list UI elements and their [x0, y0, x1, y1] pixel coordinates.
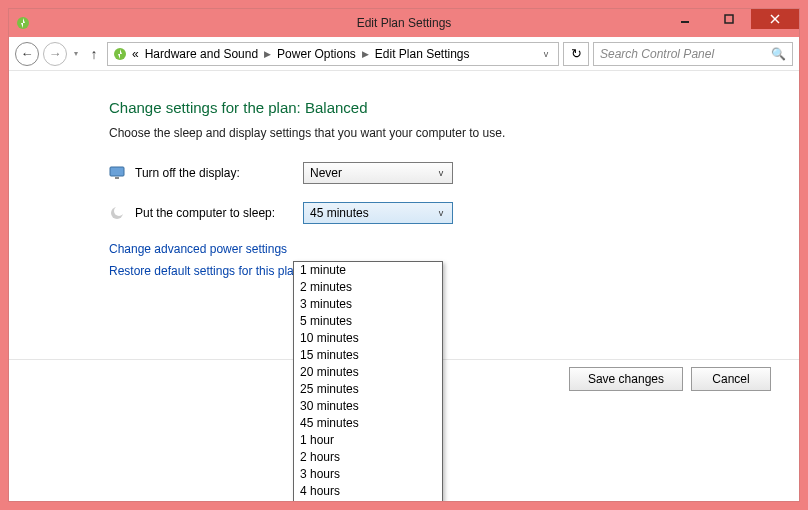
dropdown-option[interactable]: 2 minutes [294, 279, 442, 296]
dropdown-option[interactable]: 25 minutes [294, 381, 442, 398]
address-bar[interactable]: « Hardware and Sound ▶ Power Options ▶ E… [107, 42, 559, 66]
minimize-icon [680, 14, 690, 24]
chevron-right-icon[interactable]: ▶ [360, 49, 371, 59]
dropdown-option[interactable]: 15 minutes [294, 347, 442, 364]
breadcrumb-item[interactable]: Edit Plan Settings [373, 47, 472, 61]
dropdown-option[interactable]: 1 hour [294, 432, 442, 449]
dropdown-option[interactable]: 1 minute [294, 262, 442, 279]
dropdown-option[interactable]: 20 minutes [294, 364, 442, 381]
dropdown-option[interactable]: 30 minutes [294, 398, 442, 415]
history-dropdown-button[interactable]: ▾ [71, 49, 81, 58]
moon-icon [109, 205, 125, 221]
dropdown-option[interactable]: 45 minutes [294, 415, 442, 432]
titlebar: Edit Plan Settings [9, 9, 799, 37]
back-button[interactable]: ← [15, 42, 39, 66]
up-button[interactable]: ↑ [85, 46, 103, 62]
refresh-button[interactable]: ↻ [563, 42, 589, 66]
breadcrumb-item[interactable]: Power Options [275, 47, 358, 61]
display-off-combo[interactable]: Never v [303, 162, 453, 184]
search-icon: 🔍 [771, 47, 786, 61]
monitor-icon [109, 165, 125, 181]
svg-rect-6 [110, 167, 124, 176]
chevron-down-icon: v [434, 168, 448, 178]
breadcrumb-item[interactable]: Hardware and Sound [143, 47, 260, 61]
forward-button[interactable]: → [43, 42, 67, 66]
dropdown-option[interactable]: 3 hours [294, 466, 442, 483]
svg-rect-1 [681, 21, 689, 23]
minimize-button[interactable] [663, 9, 707, 29]
advanced-settings-link[interactable]: Change advanced power settings [109, 242, 799, 256]
combo-value: 45 minutes [310, 206, 369, 220]
dropdown-option[interactable]: 2 hours [294, 449, 442, 466]
combo-value: Never [310, 166, 342, 180]
restore-defaults-link[interactable]: Restore default settings for this plan [109, 264, 799, 278]
dropdown-option[interactable]: 5 minutes [294, 313, 442, 330]
page-subtext: Choose the sleep and display settings th… [109, 126, 799, 140]
chevron-down-icon: ▾ [74, 49, 78, 58]
refresh-icon: ↻ [571, 46, 582, 61]
save-button[interactable]: Save changes [569, 367, 683, 391]
button-row: Save changes Cancel [569, 367, 771, 391]
dropdown-option[interactable]: 3 minutes [294, 296, 442, 313]
chevron-down-icon: v [544, 49, 549, 59]
address-dropdown-button[interactable]: v [538, 49, 554, 59]
arrow-left-icon: ← [21, 46, 34, 61]
maximize-icon [724, 14, 734, 24]
dropdown-option[interactable]: 5 hours [294, 500, 442, 501]
window-controls [663, 9, 799, 29]
search-input[interactable]: Search Control Panel 🔍 [593, 42, 793, 66]
sleep-label: Put the computer to sleep: [135, 206, 293, 220]
close-icon [770, 14, 780, 24]
breadcrumb-prefix: « [130, 47, 141, 61]
dropdown-option[interactable]: 10 minutes [294, 330, 442, 347]
sleep-combo[interactable]: 45 minutes v [303, 202, 453, 224]
svg-rect-2 [725, 15, 733, 23]
close-button[interactable] [751, 9, 799, 29]
setting-row-display: Turn off the display: Never v [109, 162, 799, 184]
power-plan-icon [112, 46, 128, 62]
dropdown-option[interactable]: 4 hours [294, 483, 442, 500]
svg-rect-7 [115, 177, 119, 179]
page-heading: Change settings for the plan: Balanced [109, 99, 799, 116]
cancel-button[interactable]: Cancel [691, 367, 771, 391]
arrow-up-icon: ↑ [91, 46, 98, 62]
chevron-down-icon: v [434, 208, 448, 218]
content-area: Change settings for the plan: Balanced C… [9, 71, 799, 501]
svg-point-9 [114, 206, 124, 216]
sleep-dropdown-list[interactable]: 1 minute2 minutes3 minutes5 minutes10 mi… [293, 261, 443, 501]
search-placeholder: Search Control Panel [600, 47, 714, 61]
chevron-right-icon[interactable]: ▶ [262, 49, 273, 59]
window: Edit Plan Settings ← → ▾ ↑ [8, 8, 800, 502]
arrow-right-icon: → [49, 46, 62, 61]
maximize-button[interactable] [707, 9, 751, 29]
power-plan-icon [15, 15, 31, 31]
navbar: ← → ▾ ↑ « Hardware and Sound ▶ Power Opt… [9, 37, 799, 71]
display-off-label: Turn off the display: [135, 166, 293, 180]
setting-row-sleep: Put the computer to sleep: 45 minutes v [109, 202, 799, 224]
